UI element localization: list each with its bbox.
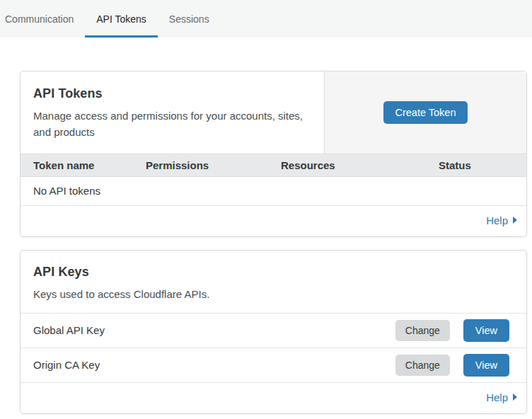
api-tokens-card-header-text: API Tokens Manage access and permissions…: [21, 71, 324, 154]
api-keys-description: Keys used to access Cloudflare APIs.: [33, 286, 316, 302]
view-global-api-key-button[interactable]: View: [463, 319, 509, 343]
page-content: API Tokens Manage access and permissions…: [0, 38, 532, 414]
api-tokens-card-footer: Help: [21, 206, 526, 236]
api-keys-title: API Keys: [33, 265, 514, 280]
api-tokens-card: API Tokens Manage access and permissions…: [20, 71, 527, 237]
key-row-origin-ca-key: Origin CA Key Change View: [21, 348, 526, 382]
api-tokens-title: API Tokens: [33, 86, 311, 101]
api-tokens-action-panel: Create Token: [324, 71, 526, 154]
key-name-label: Origin CA Key: [33, 359, 395, 371]
column-header-resources: Resources: [281, 159, 419, 171]
tab-communication[interactable]: Communication: [5, 0, 85, 38]
create-token-button[interactable]: Create Token: [383, 101, 468, 125]
view-origin-ca-key-button[interactable]: View: [463, 354, 509, 377]
api-keys-card-footer: Help: [21, 382, 526, 413]
caret-right-icon: [513, 217, 517, 224]
column-header-token-name: Token name: [21, 159, 146, 171]
token-table-empty-message: No API tokens: [21, 177, 526, 206]
tab-sessions[interactable]: Sessions: [158, 0, 221, 38]
api-keys-help-link[interactable]: Help: [486, 391, 517, 403]
change-origin-ca-key-button[interactable]: Change: [395, 355, 450, 376]
key-row-actions: Change View: [395, 354, 509, 377]
token-table-header-row: Token name Permissions Resources Status: [21, 154, 526, 177]
help-link-label: Help: [486, 391, 508, 403]
tab-api-tokens[interactable]: API Tokens: [85, 0, 158, 38]
api-keys-card-header: API Keys Keys used to access Cloudflare …: [21, 251, 526, 313]
api-tokens-card-header: API Tokens Manage access and permissions…: [21, 71, 526, 154]
caret-right-icon: [513, 394, 517, 401]
key-name-label: Global API Key: [33, 324, 395, 336]
change-global-api-key-button[interactable]: Change: [395, 320, 450, 341]
column-header-permissions: Permissions: [146, 159, 281, 171]
api-tokens-help-link[interactable]: Help: [486, 214, 517, 226]
key-row-actions: Change View: [395, 319, 509, 343]
tab-bar: Communication API Tokens Sessions: [0, 0, 532, 38]
api-keys-card: API Keys Keys used to access Cloudflare …: [20, 250, 527, 414]
column-header-status: Status: [419, 159, 526, 171]
key-row-global-api-key: Global API Key Change View: [21, 313, 526, 348]
api-tokens-description: Manage access and permissions for your a…: [33, 108, 311, 141]
help-link-label: Help: [486, 214, 508, 226]
